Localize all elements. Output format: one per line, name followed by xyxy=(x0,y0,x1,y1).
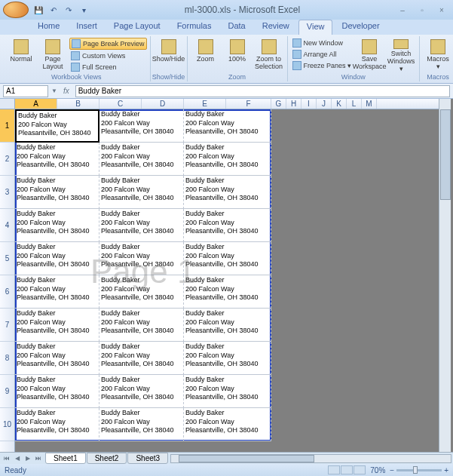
column-header-E[interactable]: E xyxy=(184,99,226,109)
name-box-dropdown-icon[interactable]: ▼ xyxy=(51,88,57,94)
sheet-tab-sheet2[interactable]: Sheet2 xyxy=(87,453,127,464)
sheet-next-icon[interactable]: ▶ xyxy=(23,454,33,463)
column-header-B[interactable]: B xyxy=(57,99,99,109)
row-header-4[interactable]: 4 xyxy=(0,209,14,242)
cell-A9[interactable]: Buddy Baker200 Falcon WayPleasantville, … xyxy=(15,375,99,408)
full-screen-button[interactable]: Full Screen xyxy=(69,62,147,72)
vertical-scrollbar[interactable] xyxy=(439,99,451,452)
cell-C7[interactable]: Buddy Baker200 Falcon WayPleasantville, … xyxy=(99,309,184,342)
tab-review[interactable]: Review xyxy=(255,20,297,35)
sheet-tab-sheet1[interactable]: Sheet1 xyxy=(45,453,86,464)
column-header-I[interactable]: I xyxy=(301,99,317,109)
tab-developer[interactable]: Developer xyxy=(334,20,387,35)
row-header-7[interactable]: 7 xyxy=(0,309,14,342)
column-header-J[interactable]: J xyxy=(317,99,332,109)
vertical-scroll-thumb[interactable] xyxy=(440,109,451,200)
cell-E1[interactable]: Buddy Baker200 Falcon WayPleasantville, … xyxy=(184,109,271,143)
zoom-button[interactable]: Zoom xyxy=(191,38,221,74)
cell-A4[interactable]: Buddy Baker200 Falcon WayPleasantville, … xyxy=(15,209,99,242)
normal-view-icon[interactable] xyxy=(328,465,340,474)
zoom-level[interactable]: 70% xyxy=(370,466,385,474)
row-header-10[interactable]: 10 xyxy=(0,408,14,441)
cell-C4[interactable]: Buddy Baker200 Falcon WayPleasantville, … xyxy=(99,209,184,242)
row-header-9[interactable]: 9 xyxy=(0,375,14,408)
arrange-all-button[interactable]: Arrange All xyxy=(291,49,354,60)
page-break-view-icon[interactable] xyxy=(354,465,366,474)
cell-C8[interactable]: Buddy Baker200 Falcon WayPleasantville, … xyxy=(99,342,184,375)
page-break-preview-button[interactable]: Page Break Preview xyxy=(69,38,147,50)
name-box[interactable]: A1 xyxy=(3,85,48,97)
cell-E10[interactable]: Buddy Baker200 Falcon WayPleasantville, … xyxy=(184,408,271,441)
normal-button[interactable]: Normal xyxy=(6,38,36,74)
formula-input[interactable]: Buddy Baker xyxy=(75,85,450,97)
tab-data[interactable]: Data xyxy=(220,20,253,35)
cell-A3[interactable]: Buddy Baker200 Falcon WayPleasantville, … xyxy=(15,176,99,209)
row-header-3[interactable]: 3 xyxy=(0,176,14,209)
zoom-in-icon[interactable]: + xyxy=(444,466,448,474)
row-header-5[interactable]: 5 xyxy=(0,242,14,275)
cell-C9[interactable]: Buddy Baker200 Falcon WayPleasantville, … xyxy=(99,375,184,408)
column-header-A[interactable]: A xyxy=(15,99,57,109)
zoom-slider[interactable]: − + xyxy=(390,466,448,474)
column-header-K[interactable]: K xyxy=(332,99,347,109)
cell-C10[interactable]: Buddy Baker200 Falcon WayPleasantville, … xyxy=(99,408,184,441)
zoom-sel-button[interactable]: Zoom to Selection xyxy=(254,38,284,74)
page-layout-button[interactable]: Page Layout xyxy=(38,38,68,74)
qat-more-icon[interactable]: ▾ xyxy=(77,3,90,17)
horizontal-scroll-thumb[interactable] xyxy=(179,455,314,462)
column-header-L[interactable]: L xyxy=(347,99,362,109)
column-header-D[interactable]: D xyxy=(142,99,184,109)
cell-C2[interactable]: Buddy Baker200 Falcon WayPleasantville, … xyxy=(99,143,184,176)
cell-E3[interactable]: Buddy Baker200 Falcon WayPleasantville, … xyxy=(184,176,271,209)
column-header-M[interactable]: M xyxy=(362,99,377,109)
cell-A10[interactable]: Buddy Baker200 Falcon WayPleasantville, … xyxy=(15,408,99,441)
close-icon[interactable]: × xyxy=(433,4,450,16)
cell-E6[interactable]: Buddy Baker200 Falcon WayPleasantville, … xyxy=(184,275,271,309)
cell-C6[interactable]: Buddy Baker200 Falcon WayPleasantville, … xyxy=(99,275,184,309)
showhide-button[interactable]: Show/Hide xyxy=(154,38,184,74)
cells-grid[interactable]: Buddy Baker200 Falcon WayPleasantville, … xyxy=(15,109,439,452)
column-header-F[interactable]: F xyxy=(226,99,271,109)
restore-icon[interactable]: ▫ xyxy=(414,4,430,16)
tab-formulas[interactable]: Formulas xyxy=(170,20,219,35)
cell-A2[interactable]: Buddy Baker200 Falcon WayPleasantville, … xyxy=(15,143,99,176)
fx-icon[interactable]: fx xyxy=(60,87,72,95)
tab-page-layout[interactable]: Page Layout xyxy=(106,20,168,35)
cell-A7[interactable]: Buddy Baker200 Falcon WayPleasantville, … xyxy=(15,309,99,342)
macros-button[interactable]: Macros ▾ xyxy=(423,38,453,74)
cell-E5[interactable]: Buddy Baker200 Falcon WayPleasantville, … xyxy=(184,242,271,275)
cell-E7[interactable]: Buddy Baker200 Falcon WayPleasantville, … xyxy=(184,309,271,342)
sheet-prev-icon[interactable]: ◀ xyxy=(12,454,23,463)
office-button[interactable] xyxy=(3,2,29,18)
switch-win-button[interactable]: Switch Windows ▾ xyxy=(386,38,416,74)
freeze-panes--button[interactable]: Freeze Panes ▾ xyxy=(291,60,354,71)
sheet-tab-sheet3[interactable]: Sheet3 xyxy=(127,453,168,464)
page-layout-view-icon[interactable] xyxy=(341,465,353,474)
cell-C3[interactable]: Buddy Baker200 Falcon WayPleasantville, … xyxy=(99,176,184,209)
row-header-8[interactable]: 8 xyxy=(0,342,14,375)
column-header-G[interactable]: G xyxy=(271,99,286,109)
column-header-C[interactable]: C xyxy=(99,99,142,109)
cell-A6[interactable]: Buddy Baker200 Falcon WayPleasantville, … xyxy=(15,275,99,309)
sheet-last-icon[interactable]: ⏭ xyxy=(33,454,44,463)
custom-views-button[interactable]: Custom Views xyxy=(69,51,147,61)
zoom100-button[interactable]: 100% xyxy=(222,38,253,74)
row-header-2[interactable]: 2 xyxy=(0,143,14,176)
row-header-1[interactable]: 1 xyxy=(0,109,14,143)
cell-E9[interactable]: Buddy Baker200 Falcon WayPleasantville, … xyxy=(184,375,271,408)
cell-C5[interactable]: Buddy Baker200 Falcon WayPleasantville, … xyxy=(99,242,184,275)
cell-E4[interactable]: Buddy Baker200 Falcon WayPleasantville, … xyxy=(184,209,271,242)
save-icon[interactable]: 💾 xyxy=(32,3,45,17)
column-header-H[interactable]: H xyxy=(286,99,301,109)
zoom-out-icon[interactable]: − xyxy=(390,466,394,474)
cell-E2[interactable]: Buddy Baker200 Falcon WayPleasantville, … xyxy=(184,143,271,176)
cell-E8[interactable]: Buddy Baker200 Falcon WayPleasantville, … xyxy=(184,342,271,375)
tab-insert[interactable]: Insert xyxy=(69,20,105,35)
select-all-corner[interactable] xyxy=(0,99,15,109)
cell-A8[interactable]: Buddy Baker200 Falcon WayPleasantville, … xyxy=(15,342,99,375)
row-header-6[interactable]: 6 xyxy=(0,275,14,309)
minimize-icon[interactable]: – xyxy=(394,4,411,16)
tab-view[interactable]: View xyxy=(298,20,333,35)
tab-home[interactable]: Home xyxy=(30,20,67,35)
redo-icon[interactable]: ↷ xyxy=(62,3,75,17)
